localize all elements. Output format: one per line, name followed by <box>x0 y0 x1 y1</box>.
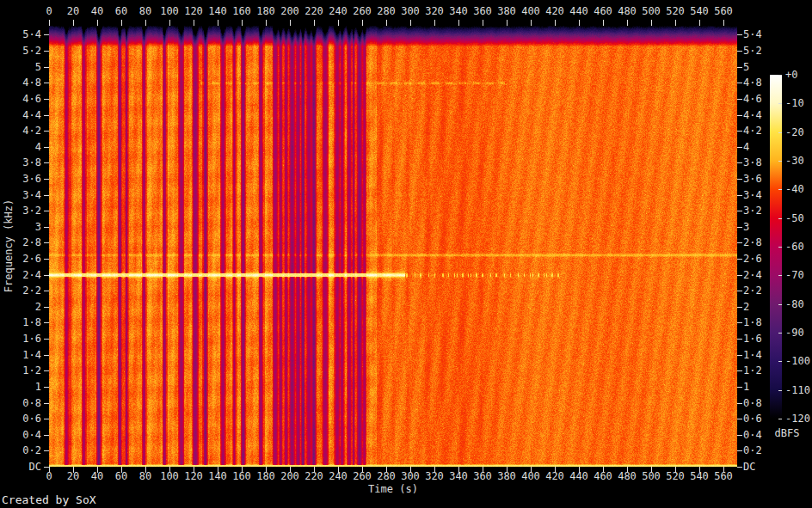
y-tick-left <box>44 195 49 196</box>
y-tick-left <box>44 403 49 404</box>
y-tick-left <box>44 275 49 276</box>
colorbar-tick <box>778 132 782 133</box>
colorbar-tick-label: -10 <box>785 97 812 109</box>
y-tick-label-left: 2·6 <box>0 253 41 265</box>
y-tick-label-right: 5·4 <box>743 28 795 40</box>
x-tick-top <box>73 20 74 26</box>
colorbar-tick <box>778 304 782 305</box>
y-tick-label-left: 0·8 <box>0 397 41 409</box>
y-tick-left <box>44 83 49 83</box>
y-tick-right <box>737 51 742 52</box>
y-tick-left <box>44 115 49 116</box>
y-tick-label-left: 1·6 <box>0 333 41 345</box>
y-tick-label-left: 5·2 <box>0 45 41 57</box>
x-tick-top <box>579 20 580 26</box>
y-tick-label-left: 2 <box>0 301 41 313</box>
y-tick-right <box>737 99 742 100</box>
y-tick-left <box>44 51 49 52</box>
y-tick-right <box>737 242 742 243</box>
sox-spectrogram: Time (s) Frequency (kHz) dBFS Created by… <box>0 0 812 508</box>
y-tick-label-left: 1·8 <box>0 316 41 328</box>
x-tick-top <box>483 20 483 26</box>
y-tick-right <box>737 387 742 388</box>
colorbar-tick-label: -40 <box>785 183 812 195</box>
x-tick-top <box>266 20 267 26</box>
x-tick-top <box>531 20 532 26</box>
y-tick-label-right: 0·4 <box>743 429 795 441</box>
y-tick-left <box>44 99 49 100</box>
y-tick-right <box>737 227 742 228</box>
y-tick-left <box>44 34 49 35</box>
colorbar-tick-label: -90 <box>785 327 812 339</box>
x-tick-top <box>97 20 98 26</box>
y-tick-left <box>44 131 49 132</box>
y-tick-label-right: 2·2 <box>743 285 795 297</box>
x-tick-label-bottom: 560 <box>706 470 741 482</box>
y-tick-left <box>44 307 49 308</box>
x-tick-top <box>121 20 122 26</box>
y-tick-right <box>737 83 742 83</box>
y-tick-right <box>737 162 742 163</box>
y-tick-label-left: 0·6 <box>0 413 41 425</box>
x-tick-top <box>603 20 604 26</box>
colorbar-tick <box>778 361 782 362</box>
y-tick-right <box>737 291 742 291</box>
colorbar-tick-label: -80 <box>785 298 812 310</box>
y-tick-label-right: DC <box>743 461 795 473</box>
y-tick-label-left: 2·2 <box>0 285 41 297</box>
colorbar-tick <box>778 103 782 104</box>
colorbar-tick-label: -120 <box>785 413 812 425</box>
y-tick-label-left: 4 <box>0 141 41 153</box>
y-tick-label-left: 1·4 <box>0 349 41 361</box>
x-tick-top <box>699 20 700 26</box>
colorbar-tick <box>778 75 782 76</box>
y-tick-label-left: 4·2 <box>0 125 41 137</box>
x-tick-top <box>145 20 146 26</box>
x-tick-top <box>410 20 411 26</box>
y-tick-label-left: 4·4 <box>0 109 41 121</box>
y-tick-label-left: DC <box>0 461 41 473</box>
colorbar-tick <box>778 161 782 162</box>
x-axis-title: Time (s) <box>49 483 737 495</box>
y-tick-right <box>737 115 742 116</box>
colorbar-tick-label: -20 <box>785 126 812 138</box>
spectrogram-heatmap <box>49 26 737 467</box>
credit-text: Created by SoX <box>2 493 96 506</box>
y-tick-label-right: 2·6 <box>743 253 795 265</box>
y-tick-right <box>737 67 742 68</box>
y-tick-right <box>737 450 742 451</box>
y-tick-label-left: 3·6 <box>0 173 41 185</box>
x-tick-top <box>49 20 50 26</box>
y-tick-left <box>44 450 49 451</box>
y-tick-label-right: 4·4 <box>743 109 795 121</box>
y-tick-right <box>737 370 742 371</box>
y-tick-right <box>737 259 742 260</box>
y-tick-left <box>44 322 49 323</box>
y-tick-right <box>737 195 742 196</box>
y-tick-label-left: 2·8 <box>0 236 41 248</box>
colorbar-tick-label: -100 <box>785 355 812 367</box>
y-tick-label-left: 5·4 <box>0 28 41 40</box>
y-tick-right <box>737 179 742 180</box>
y-tick-right <box>737 435 742 436</box>
y-tick-label-right: 0·2 <box>743 444 795 456</box>
y-tick-right <box>737 322 742 323</box>
colorbar-tick-label: +0 <box>785 69 812 81</box>
y-tick-right <box>737 403 742 404</box>
y-tick-label-left: 3·2 <box>0 205 41 217</box>
x-tick-top <box>290 20 291 26</box>
colorbar-tick-label: -30 <box>785 155 812 167</box>
colorbar-tick-label: -110 <box>785 384 812 396</box>
y-tick-left <box>44 162 49 163</box>
y-tick-label-left: 1·2 <box>0 364 41 376</box>
colorbar-tick <box>778 390 782 391</box>
x-tick-top <box>675 20 676 26</box>
x-tick-top <box>218 20 218 26</box>
y-tick-left <box>44 67 49 68</box>
colorbar-tick <box>778 275 782 276</box>
y-tick-label-left: 3·8 <box>0 156 41 168</box>
y-tick-left <box>44 435 49 436</box>
x-tick-top <box>555 20 556 26</box>
y-tick-left <box>44 227 49 228</box>
x-tick-top <box>338 20 339 26</box>
